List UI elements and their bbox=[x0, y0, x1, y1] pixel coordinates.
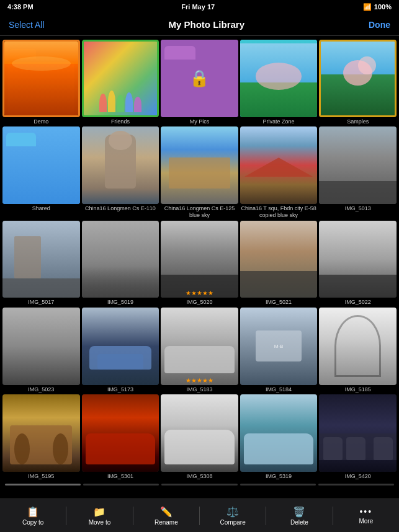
img-china16-125[interactable]: China16 Longmen Cs E-125 blue sky bbox=[161, 126, 238, 218]
select-all-button[interactable]: Select All bbox=[9, 20, 45, 30]
img-5185-label: IMG_5185 bbox=[345, 386, 371, 393]
photo-grid-area: Demo Friends 🔒 bbox=[0, 36, 399, 499]
folder-samples-label: Samples bbox=[347, 118, 369, 125]
img-5022-label: IMG_5022 bbox=[345, 299, 371, 306]
folder-privatezone[interactable]: Private Zone bbox=[240, 40, 318, 125]
toolbar-more[interactable]: ••• More bbox=[333, 499, 399, 532]
folder-mypics-label: My Pics bbox=[190, 118, 210, 125]
nav-bar: Select All My Photo Library Done bbox=[0, 14, 399, 36]
img-5185[interactable]: IMG_5185 bbox=[319, 308, 397, 392]
battery-text: 100% bbox=[374, 3, 392, 11]
img-5023-label: IMG_5023 bbox=[28, 386, 54, 393]
img-5319-label: IMG_5319 bbox=[266, 473, 292, 480]
folder-friends[interactable]: Friends bbox=[82, 40, 159, 125]
folder-shared-label: Shared bbox=[32, 205, 50, 212]
img-5173-label: IMG_5173 bbox=[107, 386, 133, 393]
img-5022[interactable]: IMG_5022 bbox=[319, 221, 397, 306]
rename-icon: ✏️ bbox=[160, 506, 173, 518]
folder-shared[interactable]: Shared bbox=[2, 126, 80, 218]
toolbar-move[interactable]: 📁 Move to bbox=[66, 499, 132, 532]
img-china16-110[interactable]: China16 Longmen Cs E-110 bbox=[82, 126, 159, 218]
done-button[interactable]: Done bbox=[369, 20, 390, 30]
toolbar-compare-label: Compare bbox=[220, 519, 246, 526]
toolbar-rename-label: Rename bbox=[155, 519, 178, 526]
toolbar-compare[interactable]: ⚖️ Compare bbox=[200, 499, 266, 532]
img-5021-label: IMG_5021 bbox=[266, 299, 292, 306]
img-5195[interactable]: IMG_5195 bbox=[2, 394, 80, 479]
img-5023[interactable]: IMG_5023 bbox=[2, 308, 80, 392]
folder-mypics[interactable]: 🔒 My Pics bbox=[161, 40, 238, 125]
page-title: My Photo Library bbox=[169, 19, 245, 30]
delete-icon: 🗑️ bbox=[293, 506, 305, 518]
toolbar-delete-label: Delete bbox=[290, 519, 308, 526]
img-china16-125-label: China16 Longmen Cs E-125 blue sky bbox=[161, 205, 238, 219]
status-bar: 4:38 PM Fri May 17 📶 100% bbox=[0, 0, 399, 14]
photo-grid: Demo Friends 🔒 bbox=[2, 40, 397, 480]
toolbar-move-label: Move to bbox=[89, 519, 111, 526]
folder-demo[interactable]: Demo bbox=[2, 40, 80, 125]
img-5173[interactable]: IMG_5173 bbox=[82, 308, 159, 392]
img-5301[interactable]: IMG_5301 bbox=[82, 394, 159, 479]
img-5020-stars: ★★★★★ bbox=[161, 290, 238, 296]
more-icon: ••• bbox=[359, 507, 372, 516]
img-5195-label: IMG_5195 bbox=[28, 473, 54, 480]
folder-privatezone-label: Private Zone bbox=[263, 118, 295, 125]
status-time: 4:38 PM bbox=[7, 3, 34, 11]
img-5020[interactable]: ★★★★★ IMG_5020 bbox=[161, 221, 238, 306]
img-5017[interactable]: IMG_5017 bbox=[2, 221, 80, 306]
img-5183[interactable]: ★★★★★ IMG_5183 bbox=[161, 308, 238, 392]
img-5308[interactable]: IMG_5308 bbox=[161, 394, 238, 479]
img-5184[interactable]: M-B IMG_5184 bbox=[240, 308, 318, 392]
img-5184-label: IMG_5184 bbox=[266, 386, 292, 393]
toolbar-delete[interactable]: 🗑️ Delete bbox=[266, 499, 332, 532]
compare-icon: ⚖️ bbox=[226, 506, 239, 518]
folder-friends-label: Friends bbox=[111, 118, 130, 125]
toolbar: 📋 Copy to 📁 Move to ✏️ Rename ⚖️ Compare… bbox=[0, 499, 399, 532]
img-china16-tsqu-label: China16 T squ, Fbdn city E-58 copied blu… bbox=[240, 205, 318, 219]
img-5308-label: IMG_5308 bbox=[186, 473, 212, 480]
img-5020-label: IMG_5020 bbox=[186, 299, 212, 306]
toolbar-copy-label: Copy to bbox=[22, 519, 43, 526]
img-5319[interactable]: IMG_5319 bbox=[240, 394, 318, 479]
toolbar-more-label: More bbox=[359, 518, 373, 525]
img-china16-110-label: China16 Longmen Cs E-110 bbox=[85, 205, 156, 212]
status-date: Fri May 17 bbox=[181, 3, 215, 11]
img-5420-label: IMG_5420 bbox=[345, 473, 371, 480]
img-5183-stars: ★★★★★ bbox=[161, 377, 238, 384]
folder-samples[interactable]: Samples bbox=[319, 40, 397, 125]
move-icon: 📁 bbox=[93, 506, 105, 518]
toolbar-rename[interactable]: ✏️ Rename bbox=[133, 499, 199, 532]
img-5420[interactable]: IMG_5420 bbox=[319, 394, 397, 479]
status-right: 📶 100% bbox=[363, 3, 392, 11]
img-5019-label: IMG_5019 bbox=[107, 299, 133, 306]
img-china16-tsqu[interactable]: China16 T squ, Fbdn city E-58 copied blu… bbox=[240, 126, 318, 218]
folder-demo-label: Demo bbox=[34, 118, 48, 125]
copy-icon: 📋 bbox=[27, 506, 39, 518]
wifi-icon: 📶 bbox=[363, 3, 372, 11]
toolbar-copy[interactable]: 📋 Copy to bbox=[0, 499, 66, 532]
img-5013-label: IMG_5013 bbox=[345, 205, 371, 212]
img-5021[interactable]: IMG_5021 bbox=[240, 221, 318, 306]
img-5017-label: IMG_5017 bbox=[28, 299, 54, 306]
img-5183-label: IMG_5183 bbox=[186, 386, 212, 393]
img-5013[interactable]: IMG_5013 bbox=[319, 126, 397, 218]
img-5301-label: IMG_5301 bbox=[107, 473, 133, 480]
img-5019[interactable]: IMG_5019 bbox=[82, 221, 159, 306]
